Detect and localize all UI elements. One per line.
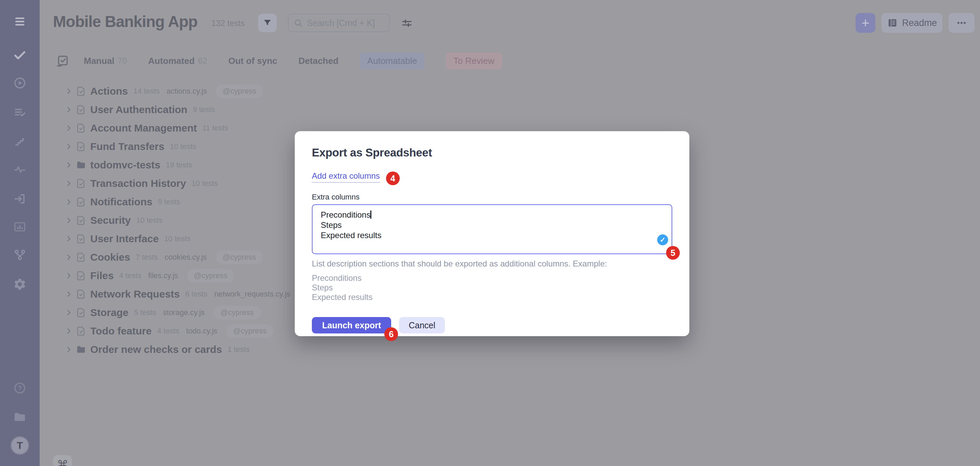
extra-columns-textarea[interactable]: Preconditions Steps Expected results	[312, 204, 672, 254]
step-badge-6: 6	[384, 327, 398, 341]
extra-columns-label: Extra columns	[312, 193, 672, 201]
textarea-help-text: List description sections that should be…	[312, 259, 672, 268]
valid-check-icon: ✓	[657, 235, 668, 245]
modal-title: Export as Spreadsheet	[312, 146, 672, 159]
step-badge-4: 4	[386, 171, 400, 185]
cancel-button[interactable]: Cancel	[399, 317, 445, 333]
launch-export-button[interactable]: Launch export 6	[312, 317, 391, 333]
add-extra-columns-link[interactable]: Add extra columns	[312, 171, 380, 183]
export-modal: Export as Spreadsheet Add extra columns …	[295, 131, 689, 336]
example-lines: Preconditions Steps Expected results	[312, 273, 672, 302]
text-caret	[370, 211, 371, 219]
step-badge-5: 5	[666, 246, 680, 260]
